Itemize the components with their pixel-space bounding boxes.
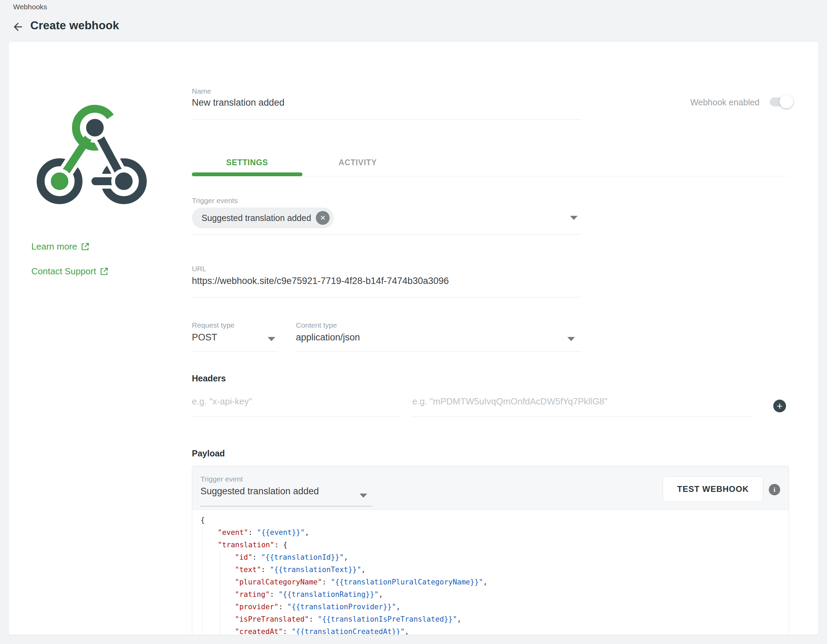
learn-more-link[interactable]: Learn more xyxy=(31,241,90,252)
create-webhook-page: Webhooks Create webhook xyxy=(0,0,827,644)
name-label: Name xyxy=(192,87,211,95)
payload-title: Payload xyxy=(192,448,225,459)
header-key-input[interactable] xyxy=(192,396,392,407)
code-line: "createdAt": "{{translationCreatedAt}}", xyxy=(200,625,780,635)
chevron-down-icon[interactable] xyxy=(567,337,575,341)
add-header-button[interactable]: + xyxy=(773,400,786,412)
code-line: "id": "{{translationId}}", xyxy=(200,551,780,563)
contact-support-link[interactable]: Contact Support xyxy=(31,266,109,277)
code-line: "event": "{{event}}", xyxy=(200,526,780,539)
url-label: URL xyxy=(192,265,206,273)
toggle-thumb xyxy=(779,95,793,109)
plus-icon: + xyxy=(777,401,783,411)
webhook-card: Learn more Contact Support Name Webhook … xyxy=(8,41,819,635)
request-type-select[interactable]: POST xyxy=(192,332,217,343)
content-type-label: Content type xyxy=(296,321,337,330)
request-type-label: Request type xyxy=(192,321,234,330)
code-line: "rating": "{{translationRating}}", xyxy=(200,588,780,600)
tab-settings[interactable]: SETTINGS xyxy=(192,152,303,173)
external-link-icon xyxy=(81,242,90,251)
learn-more-label: Learn more xyxy=(31,241,77,252)
code-line: "provider": "{{translationProvider}}", xyxy=(200,600,780,613)
code-line: "translation": { xyxy=(200,539,780,551)
trigger-events-label: Trigger events xyxy=(192,196,238,205)
breadcrumb[interactable]: Webhooks xyxy=(13,3,47,11)
contact-support-label: Contact Support xyxy=(31,266,96,277)
chevron-down-icon[interactable] xyxy=(360,493,367,498)
payload-trigger-event-label: Trigger event xyxy=(200,475,243,483)
trigger-events-underline xyxy=(192,234,581,235)
payload-code[interactable]: {"event": "{{event}}","translation": {"i… xyxy=(192,509,789,635)
url-underline xyxy=(192,297,581,297)
name-underline xyxy=(192,120,581,120)
test-webhook-button[interactable]: TEST WEBHOOK xyxy=(663,476,763,502)
header-key-underline xyxy=(192,416,398,417)
code-line: "isPreTranslated": "{{translationIsPreTr… xyxy=(200,613,780,625)
info-icon[interactable]: i xyxy=(769,484,780,495)
active-tab-indicator xyxy=(192,173,303,176)
webhook-enabled-toggle[interactable] xyxy=(770,94,793,109)
headers-title: Headers xyxy=(192,373,226,383)
url-input[interactable] xyxy=(192,276,581,286)
request-type-underline xyxy=(192,352,278,352)
chip-remove-icon[interactable]: ✕ xyxy=(316,211,330,225)
external-link-icon xyxy=(100,267,109,276)
webhook-logo xyxy=(32,86,170,224)
indent-guide xyxy=(203,526,203,635)
code-line: "pluralCategoryName": "{{translationPlur… xyxy=(200,576,780,588)
back-button[interactable] xyxy=(10,20,25,35)
code-line: { xyxy=(200,514,780,526)
chevron-down-icon[interactable] xyxy=(268,337,275,341)
content-type-select[interactable]: application/json xyxy=(296,332,360,343)
webhook-enabled-label: Webhook enabled xyxy=(663,97,760,107)
payload-trigger-event-select[interactable]: Suggested translation added xyxy=(200,486,319,497)
trigger-event-chip[interactable]: Suggested translation added ✕ xyxy=(192,208,334,228)
header-value-underline xyxy=(412,416,753,417)
chip-label: Suggested translation added xyxy=(201,213,311,223)
content-type-underline xyxy=(296,352,581,352)
arrow-left-icon xyxy=(12,21,24,34)
tab-activity[interactable]: ACTIVITY xyxy=(303,152,413,173)
header-value-input[interactable] xyxy=(412,396,743,407)
payload-panel: Trigger event Suggested translation adde… xyxy=(192,466,789,635)
indent-guide xyxy=(220,551,220,635)
payload-trigger-underline xyxy=(200,506,372,506)
page-title: Create webhook xyxy=(30,19,119,32)
chevron-down-icon[interactable] xyxy=(570,216,577,220)
name-input[interactable] xyxy=(192,97,581,108)
code-line: "text": "{{translationText}}", xyxy=(200,563,780,576)
